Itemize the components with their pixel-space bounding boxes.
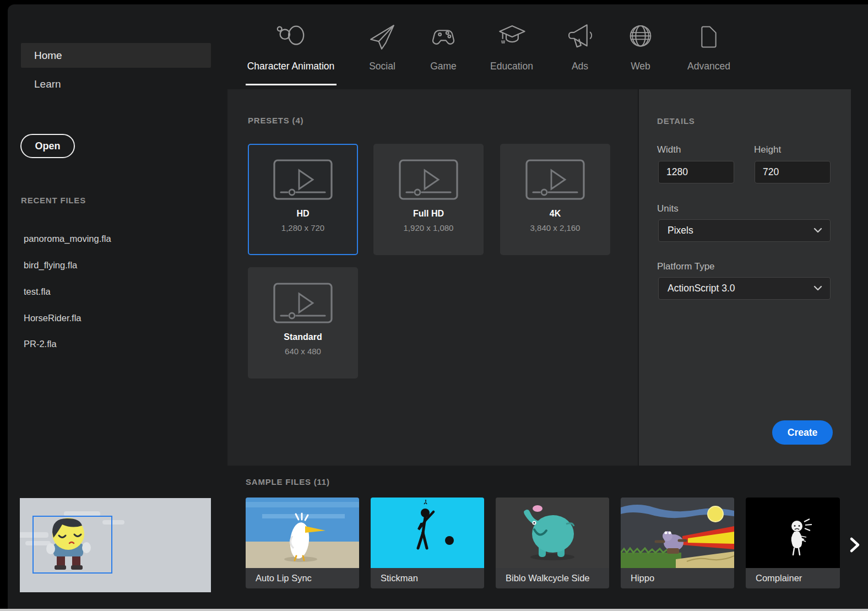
preset-dims: 1,920 x 1,080 — [404, 223, 454, 232]
hippo-thumbnail — [621, 498, 734, 568]
seagull-thumbnail — [246, 498, 359, 568]
tab-label: Ads — [572, 61, 588, 72]
sample-name: Hippo — [631, 568, 654, 588]
units-select[interactable]: Pixels — [658, 219, 831, 242]
tab-label: Game — [430, 61, 457, 72]
sample-card-biblo-walkcycle-side[interactable]: Biblo Walkcycle Side — [496, 498, 609, 588]
units-value: Pixels — [668, 225, 693, 236]
preset-name: Standard — [284, 332, 322, 342]
biblo-thumbnail — [496, 498, 609, 568]
height-label: Height — [754, 144, 781, 155]
recent-file-item[interactable]: PR-2.fla — [24, 336, 205, 352]
recent-file-item[interactable]: HorseRider.fla — [24, 310, 205, 326]
document-icon — [694, 21, 724, 53]
chevron-down-icon — [813, 285, 822, 291]
samples-scroll-right-button[interactable] — [849, 537, 860, 555]
stickman-thumbnail — [371, 498, 484, 568]
cartoon-character — [34, 517, 111, 572]
tab-label: Advanced — [687, 61, 730, 72]
width-input[interactable] — [658, 161, 734, 183]
home-screen: Home Learn Open RECENT FILES panoroma_mo… — [8, 4, 868, 609]
sample-card-stickman[interactable]: Stickman — [371, 498, 484, 588]
sample-card-hippo[interactable]: Hippo — [621, 498, 734, 588]
details-panel: DETAILS Width Height Units Pixels Platfo… — [639, 89, 851, 466]
tab-label: Web — [631, 61, 650, 72]
units-label: Units — [657, 203, 679, 214]
window-bottom-edge — [0, 609, 868, 611]
preset-card-hd[interactable]: HD 1,280 x 720 — [248, 144, 358, 255]
sample-name: Auto Lip Sync — [256, 568, 312, 588]
sample-name: Biblo Walkcycle Side — [506, 568, 590, 588]
presets-heading: PRESETS (4) — [248, 116, 303, 125]
recent-file-preview[interactable] — [20, 498, 211, 592]
height-input[interactable] — [755, 161, 831, 183]
preset-dims: 1,280 x 720 — [281, 223, 324, 232]
presets-panel: PRESETS (4) HD 1,280 x 720 Full HD 1 — [227, 89, 638, 466]
platform-type-label: Platform Type — [657, 261, 715, 272]
sample-name: Stickman — [381, 568, 418, 588]
preset-name: 4K — [550, 209, 561, 219]
open-button[interactable]: Open — [20, 134, 75, 158]
preset-dims: 640 x 480 — [285, 347, 321, 356]
platform-type-select[interactable]: ActionScript 3.0 — [658, 277, 831, 300]
sample-card-auto-lip-sync[interactable]: Auto Lip Sync — [246, 498, 359, 588]
sample-name: Complainer — [756, 568, 802, 588]
tab-label: Education — [490, 61, 533, 72]
video-preset-icon — [398, 158, 459, 204]
preset-dims: 3,840 x 2,160 — [530, 223, 581, 232]
app-window: Home Learn Open RECENT FILES panoroma_mo… — [0, 0, 868, 611]
tab-character-animation[interactable]: Character Animation — [241, 21, 340, 72]
gamepad-icon — [427, 21, 460, 53]
sidebar-item-learn[interactable]: Learn — [21, 73, 211, 96]
tab-advanced[interactable]: Advanced — [659, 21, 758, 72]
video-preset-icon — [272, 282, 334, 328]
sidebar-item-home[interactable]: Home — [21, 43, 211, 68]
recent-file-item[interactable]: test.fla — [24, 283, 205, 300]
tab-label: Character Animation — [247, 61, 335, 72]
graduation-cap-icon — [496, 21, 528, 53]
preset-card-full-hd[interactable]: Full HD 1,920 x 1,080 — [373, 144, 484, 255]
width-label: Width — [657, 144, 681, 155]
chevron-right-icon — [849, 537, 860, 553]
video-preset-icon — [524, 158, 586, 204]
tab-label: Social — [369, 61, 395, 72]
create-button[interactable]: Create — [772, 420, 833, 445]
stage-selection-box[interactable] — [32, 516, 112, 574]
platform-type-value: ActionScript 3.0 — [668, 283, 735, 294]
recent-file-item[interactable]: bird_flying.fla — [24, 257, 205, 273]
preset-name: HD — [296, 209, 309, 219]
active-tab-underline — [246, 84, 337, 85]
sample-files-heading: SAMPLE FILES (11) — [246, 477, 330, 486]
preset-card-4k[interactable]: 4K 3,840 x 2,160 — [500, 144, 610, 255]
chevron-down-icon — [813, 227, 822, 234]
character-animation-icon — [274, 21, 308, 53]
complainer-thumbnail — [746, 498, 840, 568]
recent-file-item[interactable]: panoroma_moving.fla — [24, 230, 205, 247]
recent-files-heading: RECENT FILES — [21, 196, 86, 205]
preset-name: Full HD — [413, 209, 444, 219]
details-heading: DETAILS — [657, 116, 695, 126]
globe-icon — [625, 21, 656, 53]
sample-card-complainer[interactable]: Complainer — [746, 498, 840, 588]
video-preset-icon — [272, 158, 334, 204]
preset-card-standard[interactable]: Standard 640 x 480 — [248, 267, 358, 379]
